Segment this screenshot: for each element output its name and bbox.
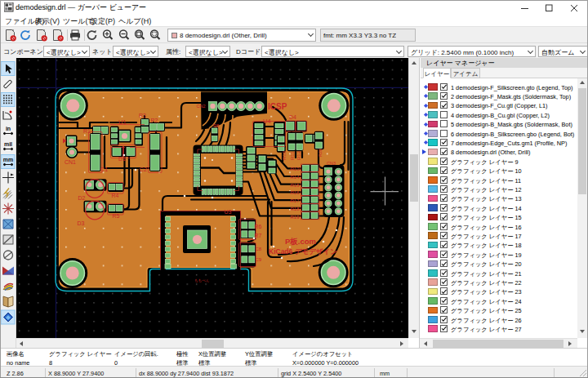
svg-text:C1: C1 [100, 166, 109, 173]
svg-text:D3: D3 [78, 220, 85, 226]
svg-text:R12: R12 [296, 150, 301, 160]
svg-text:C2: C2 [140, 166, 148, 173]
svg-text:mm: mm [3, 157, 13, 162]
svg-text:R2: R2 [151, 118, 158, 123]
svg-text:R20: R20 [318, 149, 323, 157]
svg-text:R16: R16 [291, 190, 301, 195]
svg-text:ももべん: ももべん [194, 278, 210, 282]
svg-text:D1: D1 [118, 156, 126, 162]
svg-text:R14: R14 [291, 175, 301, 180]
svg-text:D4: D4 [289, 114, 296, 120]
svg-text:R5: R5 [113, 213, 120, 219]
svg-text:R11: R11 [290, 151, 295, 160]
svg-text:CN1: CN1 [65, 159, 76, 165]
svg-text:U4: U4 [263, 118, 271, 125]
svg-text:R10: R10 [282, 150, 287, 160]
svg-text:R18: R18 [291, 207, 301, 211]
svg-text:in: in [6, 126, 11, 131]
svg-text:mil: mil [4, 141, 12, 147]
svg-text:CN2: CN2 [197, 104, 206, 109]
svg-text:KiCad6 デモデザイン: KiCad6 デモデザイン [269, 247, 337, 256]
svg-text:R17: R17 [291, 198, 301, 203]
svg-text:R13: R13 [291, 167, 301, 171]
svg-text:ICSP: ICSP [268, 102, 287, 111]
svg-text:D2: D2 [78, 195, 86, 201]
svg-text:R19: R19 [291, 215, 301, 220]
svg-text:R4: R4 [112, 193, 119, 198]
svg-text:R6: R6 [255, 224, 262, 229]
svg-text:R3: R3 [139, 113, 146, 118]
svg-text:R7: R7 [255, 233, 262, 238]
svg-text:R1: R1 [83, 128, 91, 134]
svg-text:R15: R15 [291, 183, 301, 188]
svg-text:P板.com: P板.com [285, 237, 316, 246]
svg-text:U3: U3 [225, 209, 232, 215]
svg-text:CN3: CN3 [327, 161, 336, 166]
svg-text:R8: R8 [213, 123, 219, 128]
